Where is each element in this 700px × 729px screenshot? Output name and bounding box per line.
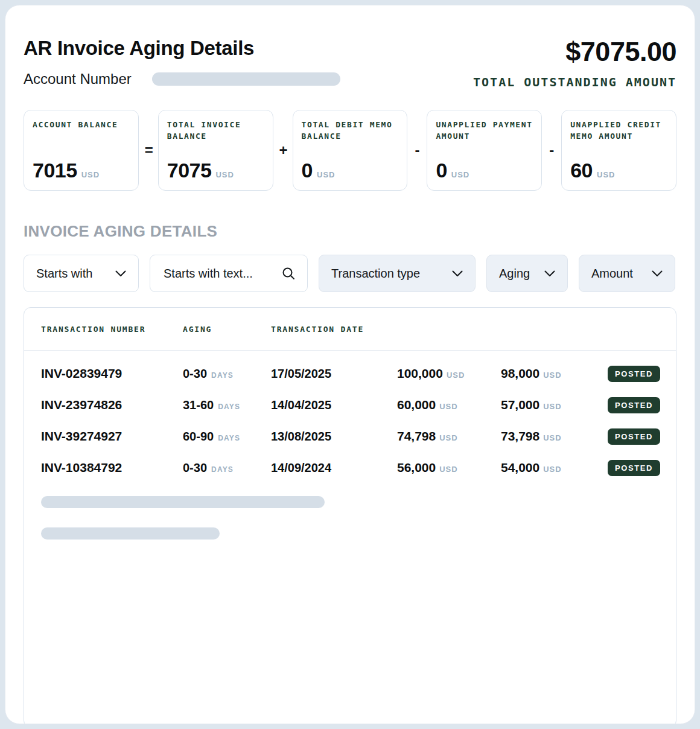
filter-bar: Starts with Transaction type Aging Amoun… [24,255,676,292]
summary-card-amount: 0 [302,160,313,180]
table-row[interactable]: INV-23974826 31-60 DAYS 14/04/2025 60,00… [24,389,676,421]
aging-cell: 31-60 DAYS [183,398,271,412]
amount-dropdown[interactable]: Amount [579,255,675,292]
transaction-type-label: Transaction type [331,267,420,281]
amount-currency: USD [439,402,457,411]
match-mode-label: Starts with [36,267,92,281]
amount-cell: 100,000 USD [397,366,501,381]
amount-cell: 56,000 USD [397,460,501,475]
amount-dropdown-label: Amount [591,267,633,281]
total-outstanding-label: TOTAL OUTSTANDING AMOUNT [473,75,676,89]
aging-cell: 60-90 DAYS [183,430,271,444]
summary-card-amount: 60 [570,160,593,180]
header-left: AR Invoice Aging Details Account Number [24,37,340,88]
outstanding-amount-cell: 57,000 USD [501,398,608,412]
transaction-date-cell: 14/04/2025 [271,398,397,412]
summary-card: UNAPPLIED PAYMENT AMOUNT 0 USD [427,110,542,191]
col-header-transaction-date: TRANSACTION DATE [271,325,397,334]
table-body: INV-02839479 0-30 DAYS 17/05/2025 100,00… [24,351,676,483]
transaction-date-cell: 14/09/2024 [271,461,397,475]
summary-card-currency: USD [317,170,335,179]
account-number-row: Account Number [24,71,340,88]
table-row[interactable]: INV-10384792 0-30 DAYS 14/09/2024 56,000… [24,452,676,483]
outstanding-amount-value: 57,000 [501,398,539,412]
outstanding-amount-currency: USD [543,465,561,474]
aging-dropdown[interactable]: Aging [486,255,568,292]
summary-card-currency: USD [597,170,615,179]
outstanding-amount-cell: 98,000 USD [501,366,608,381]
account-number-value-placeholder [152,72,340,86]
chevron-down-icon [452,270,463,277]
invoice-aging-section-heading: INVOICE AGING DETAILS [24,222,676,241]
summary-card-value: 7015 USD [33,160,130,180]
transaction-number-cell: INV-39274927 [41,429,183,444]
summary-card-currency: USD [451,170,469,179]
amount-currency: USD [439,433,457,442]
summary-card-label: UNAPPLIED PAYMENT AMOUNT [436,119,533,142]
header-right: $7075.00 TOTAL OUTSTANDING AMOUNT [473,37,676,89]
aging-cell: 0-30 DAYS [183,367,271,381]
outstanding-amount-currency: USD [543,402,561,411]
transaction-number-cell: INV-10384792 [41,460,183,475]
loading-skeleton-bar [41,496,325,508]
page-header: AR Invoice Aging Details Account Number … [24,37,676,89]
outstanding-amount-value: 54,000 [501,460,539,475]
aging-unit: DAYS [218,434,240,442]
formula-operator: - [548,142,555,159]
transaction-number-cell: INV-02839479 [41,366,183,381]
aging-cell: 0-30 DAYS [183,461,271,475]
amount-value: 74,798 [397,429,436,444]
aging-unit: DAYS [218,403,240,411]
transaction-date-cell: 13/08/2025 [271,430,397,444]
match-mode-dropdown[interactable]: Starts with [24,255,139,292]
invoice-aging-table: TRANSACTION NUMBER AGING TRANSACTION DAT… [24,307,676,724]
search-input[interactable] [162,266,267,281]
outstanding-amount-value: 98,000 [501,366,539,381]
search-field[interactable] [150,255,308,292]
status-badge: POSTED [608,366,660,382]
status-badge: POSTED [608,397,660,413]
summary-card-label: UNAPPLIED CREDIT MEMO AMOUNT [570,119,667,142]
formula-operator: - [413,142,421,159]
table-header-row: TRANSACTION NUMBER AGING TRANSACTION DAT… [24,308,676,351]
summary-card-value: 7075 USD [167,160,264,180]
outstanding-amount-value: 73,798 [501,429,539,444]
summary-card-label: TOTAL DEBIT MEMO BALANCE [302,119,399,142]
outstanding-amount-cell: 73,798 USD [501,429,608,444]
aging-range: 31-60 [183,398,214,412]
summary-card: ACCOUNT BALANCE 7015 USD [24,110,139,191]
aging-dropdown-label: Aging [499,267,530,281]
chevron-down-icon [652,270,663,277]
amount-value: 100,000 [397,366,443,381]
amount-cell: 74,798 USD [397,429,501,444]
balance-summary-row: ACCOUNT BALANCE 7015 USD = TOTAL INVOICE… [24,110,676,191]
table-row[interactable]: INV-02839479 0-30 DAYS 17/05/2025 100,00… [24,358,676,389]
col-header-transaction-number: TRANSACTION NUMBER [41,325,183,334]
amount-currency: USD [447,371,465,380]
summary-card: UNAPPLIED CREDIT MEMO AMOUNT 60 USD [561,110,676,191]
summary-card-amount: 7075 [167,160,212,180]
amount-value: 56,000 [397,460,436,475]
chevron-down-icon [115,270,126,277]
transaction-date-cell: 17/05/2025 [271,367,397,381]
summary-card-currency: USD [215,170,234,179]
summary-card-currency: USD [81,170,100,179]
outstanding-amount-cell: 54,000 USD [501,460,608,475]
amount-cell: 60,000 USD [397,398,501,412]
aging-range: 0-30 [183,367,207,381]
status-badge: POSTED [608,460,660,476]
outstanding-amount-currency: USD [543,433,561,442]
amount-currency: USD [439,465,457,474]
transaction-type-dropdown[interactable]: Transaction type [319,255,476,292]
aging-unit: DAYS [211,371,234,380]
table-row[interactable]: INV-39274927 60-90 DAYS 13/08/2025 74,79… [24,421,676,452]
page-title: AR Invoice Aging Details [24,37,340,60]
summary-card: TOTAL INVOICE BALANCE 7075 USD [158,110,273,191]
total-outstanding-amount: $7075.00 [473,38,676,65]
search-icon[interactable] [282,267,295,280]
summary-card: TOTAL DEBIT MEMO BALANCE 0 USD [293,110,408,191]
summary-card-value: 0 USD [302,160,399,180]
formula-operator: = [145,142,152,159]
ar-invoice-aging-page: AR Invoice Aging Details Account Number … [5,5,695,724]
chevron-down-icon [544,270,555,277]
